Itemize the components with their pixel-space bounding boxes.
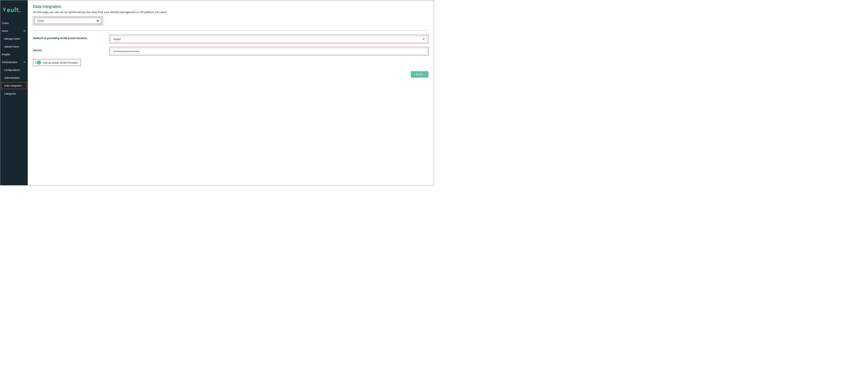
sidebar-item-label: Administration bbox=[2, 61, 17, 64]
save-button[interactable]: SAVE bbox=[411, 71, 429, 78]
section-divider bbox=[33, 30, 429, 31]
caret-down-icon bbox=[97, 19, 99, 22]
method-select[interactable]: bearer bbox=[111, 36, 427, 42]
method-label: Method of providing SCIM secret location bbox=[33, 35, 110, 40]
sidebar-item-label: Configurations bbox=[4, 68, 20, 72]
sidebar-item-upload-users[interactable]: Upload Users bbox=[0, 42, 28, 50]
chevron-up-icon bbox=[24, 61, 26, 63]
active-provider-toggle[interactable] bbox=[35, 61, 41, 64]
method-select-highlight: bearer bbox=[110, 35, 429, 44]
sidebar-item-label: Insights bbox=[2, 53, 10, 56]
toggle-knob bbox=[37, 60, 41, 64]
sidebar-item-label: Cases bbox=[2, 22, 9, 25]
svg-rect-0 bbox=[15, 7, 16, 12]
actions-bar: SAVE bbox=[33, 71, 429, 78]
brand-logo bbox=[0, 3, 28, 19]
caret-down-icon bbox=[423, 38, 425, 40]
svg-rect-1 bbox=[20, 11, 21, 12]
sidebar-item-authentication[interactable]: Authentication bbox=[0, 74, 28, 82]
vault-logo-icon bbox=[3, 7, 24, 13]
sidebar-item-data-integration[interactable]: Data Integration bbox=[1, 82, 27, 89]
secret-row: Secret: bbox=[33, 47, 429, 56]
method-row: Method of providing SCIM secret location… bbox=[33, 35, 429, 44]
nav-list: Cases Users Manage Users Upload Users In… bbox=[0, 19, 28, 97]
active-provider-toggle-highlight: Set as active SCIM Provider bbox=[33, 59, 81, 66]
sidebar-item-configurations[interactable]: Configurations bbox=[0, 66, 28, 74]
active-provider-toggle-label: Set as active SCIM Provider bbox=[43, 61, 78, 64]
sidebar-item-administration[interactable]: Administration bbox=[0, 58, 28, 66]
sidebar-item-cases[interactable]: Cases bbox=[0, 19, 28, 27]
main-content: Data integration On this page you can se… bbox=[28, 0, 434, 185]
sidebar-item-label: Upload Users bbox=[4, 45, 19, 48]
chevron-up-icon bbox=[24, 30, 26, 32]
provider-select[interactable]: Azure bbox=[34, 18, 101, 24]
page-title: Data integration bbox=[33, 4, 429, 9]
secret-label: Secret: bbox=[33, 47, 110, 52]
sidebar-item-label: Manage Users bbox=[4, 37, 20, 40]
secret-input[interactable] bbox=[111, 48, 427, 54]
method-select-value: bearer bbox=[113, 38, 121, 40]
provider-select-highlight: Azure bbox=[33, 17, 103, 25]
sidebar-item-label: Categories bbox=[4, 92, 16, 95]
sidebar-item-insights[interactable]: Insights bbox=[0, 50, 28, 58]
sidebar-item-label: Authentication bbox=[4, 77, 20, 79]
sidebar-item-categories[interactable]: Categories bbox=[0, 90, 28, 97]
sidebar-item-users[interactable]: Users bbox=[0, 27, 28, 35]
sidebar-item-manage-users[interactable]: Manage Users bbox=[0, 35, 28, 42]
sidebar: Cases Users Manage Users Upload Users In… bbox=[0, 0, 28, 185]
sidebar-item-label: Data Integration bbox=[4, 84, 22, 87]
secret-input-highlight bbox=[110, 47, 429, 56]
sidebar-item-label: Users bbox=[2, 30, 8, 32]
provider-select-value: Azure bbox=[37, 19, 44, 22]
page-description: On this page you can set up synchronizin… bbox=[33, 10, 429, 13]
